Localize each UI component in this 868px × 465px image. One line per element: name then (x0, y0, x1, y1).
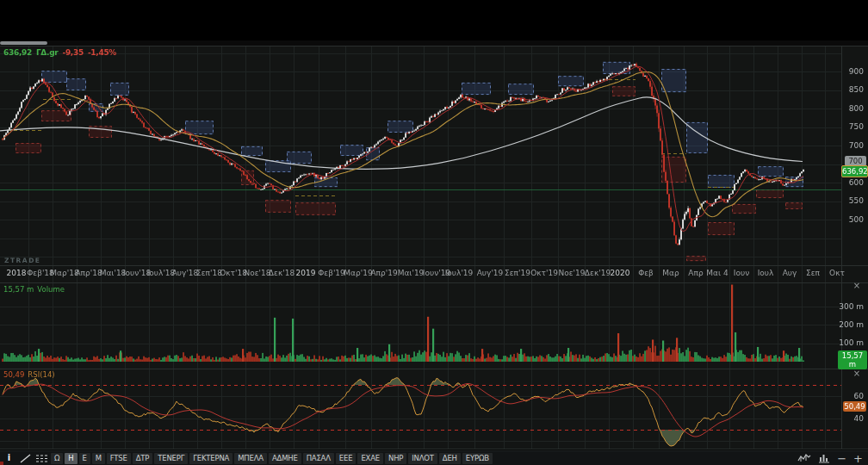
chart-scrollbar-track[interactable] (0, 40, 868, 46)
time-tick-label: Φεβ'19 (318, 269, 345, 277)
time-tick-label: Αυγ'19 (477, 269, 504, 277)
ticker-button-group: ΩΗΕΜFTSEΔΤΡΤΕΝΕΡΓΓΕΚΤΕΡΝΑΜΠΕΛΑΑΔΜΗΕΠΑΣΑΛ… (51, 453, 493, 464)
time-tick-label: 2019 (296, 269, 316, 277)
time-tick-label: Οκτ'18 (220, 269, 247, 277)
time-tick-label: 2018 (7, 269, 27, 277)
time-tick-label: Οκτ (829, 269, 845, 277)
volume-pane-title: 15,57 m Volume (3, 285, 65, 294)
quote-legend: 636,92 ΓΔ.gr -9,35 -1,45% (3, 48, 116, 57)
time-tick-label: Μαι'18 (100, 269, 127, 277)
time-tick-label: Σεπ'18 (196, 269, 222, 277)
toolbar-item-ΝΗΡ[interactable]: ΝΗΡ (385, 453, 406, 464)
time-tick-label: Σεπ'19 (505, 269, 530, 277)
toolbar-item-ΔΤΡ[interactable]: ΔΤΡ (133, 453, 153, 464)
rsi-pane-close-icon[interactable]: × (852, 369, 862, 378)
zoom-in-button[interactable]: + (853, 453, 863, 464)
time-tick-label: Ιουλ'19 (445, 269, 474, 277)
time-tick-label: Μαρ'19 (344, 269, 372, 277)
toolbar-item-ΤΕΝΕΡΓ[interactable]: ΤΕΝΕΡΓ (154, 453, 188, 464)
time-tick-label: Ιουν (734, 269, 749, 277)
chart-scrollbar-thumb[interactable] (0, 41, 47, 45)
time-tick-label: Φεβ (638, 269, 654, 277)
price-tick-label: 850 (822, 85, 864, 94)
toolbar-item-ΕΧΑΕ[interactable]: ΕΧΑΕ (357, 453, 383, 464)
line-chart-type-icon[interactable] (797, 453, 811, 463)
rsi-value-label: 50,49 (3, 370, 24, 379)
time-tick-label: Νοε'18 (244, 269, 270, 277)
toolbar-item-ΕΥΡΩΒ[interactable]: ΕΥΡΩΒ (462, 453, 493, 464)
time-tick-label: 2020 (611, 269, 630, 277)
price-tick-label: 800 (822, 104, 864, 113)
time-tick-label: Μαι 4 (706, 269, 728, 277)
price-tick-label: 900 (822, 67, 864, 76)
time-tick-label: Απρ'18 (75, 269, 102, 277)
time-tick-label: Αυγ'18 (172, 269, 199, 277)
toolbar-item-Μ[interactable]: Μ (92, 453, 105, 464)
trendline-tool-button[interactable] (18, 453, 33, 464)
time-tick-label: Δεκ'18 (269, 269, 294, 277)
price-tick-label: 600 (822, 178, 864, 187)
toolbar-item-ΜΠΕΛΑ[interactable]: ΜΠΕΛΑ (234, 453, 267, 464)
info-button[interactable]: i (2, 453, 16, 464)
toolbar-item-Η[interactable]: Η (65, 453, 77, 464)
volume-tick-label: 300 m (822, 302, 864, 311)
time-tick-label: Ιουλ'18 (147, 269, 176, 277)
bar-chart-type-icon[interactable] (818, 453, 830, 463)
toolbar-item-ΙΝΛΟΤ[interactable]: ΙΝΛΟΤ (408, 453, 437, 464)
time-tick-label: Αυγ (783, 269, 797, 277)
time-tick-label: Οκτ'19 (530, 269, 558, 277)
corner-logo-fragment (0, 462, 3, 465)
time-tick-label: Σεπ (806, 269, 820, 277)
rsi-pane-title: 50,49 RSI(14) (3, 370, 55, 379)
price-tick-label: 500 (822, 215, 864, 224)
volume-value-badge: 15,57 m (838, 350, 867, 369)
price-tick-label: 550 (822, 196, 864, 205)
toolbar-item-ΓΕΚΤΕΡΝΑ[interactable]: ΓΕΚΤΕΡΝΑ (189, 453, 232, 464)
time-tick-label: Μαι'19 (398, 269, 425, 277)
time-tick-label: Δεκ'19 (585, 269, 611, 277)
time-tick-label: Μαρ (662, 269, 679, 277)
toolbar-item-Ω[interactable]: Ω (51, 453, 63, 464)
toolbar-item-FTSE[interactable]: FTSE (107, 453, 131, 464)
volume-pane-close-icon[interactable]: × (852, 282, 862, 290)
price-tick-label: 700 (822, 141, 864, 150)
trading-app-window: { "quote_bar": { "last": "636,92", "symb… (0, 0, 868, 465)
rsi-value-badge: 50,49 (843, 401, 866, 412)
time-tick-label: Ιουλ (758, 269, 774, 277)
levels-tool-button[interactable] (34, 453, 49, 464)
toolbar-item-Ε[interactable]: Ε (79, 453, 90, 464)
volume-tick-label: 200 m (822, 320, 864, 329)
price-tick-label: 750 (822, 122, 864, 131)
rsi-name-label: RSI(14) (28, 370, 54, 379)
toolbar-item-ΠΑΣΑΛ[interactable]: ΠΑΣΑΛ (303, 453, 334, 464)
trendline-icon (20, 454, 31, 463)
time-tick-label: Απρ (688, 269, 703, 277)
volume-tick-label: 100 m (822, 338, 864, 347)
rsi-tick-label: 60 (822, 392, 864, 400)
ztrade-watermark: ZTRADE (4, 257, 40, 264)
change-pct-label: -1,45% (88, 48, 116, 57)
time-tick-label: Απρ'19 (370, 269, 397, 277)
zoom-out-button[interactable]: − (837, 453, 846, 464)
zoom-controls: − + (797, 453, 863, 464)
toolbar-item-ΑΔΜΗΕ[interactable]: ΑΔΜΗΕ (269, 453, 301, 464)
last-price-badge: 636,92 (841, 165, 868, 177)
symbol-label: ΓΔ.gr (36, 48, 59, 57)
change-label: -9,35 (62, 48, 83, 57)
levels-icon (35, 454, 48, 463)
volume-value-label: 15,57 m (3, 285, 34, 294)
toolbar-item-ΔΕΗ[interactable]: ΔΕΗ (439, 453, 461, 464)
bottom-toolbar: i ΩΗΕΜFTSEΔΤΡΤΕΝΕΡΓΓΕΚΤΕΡΝΑΜΠΕΛΑΑΔΜΗΕΠΑΣ… (0, 450, 868, 465)
rsi-tick-label: 40 (822, 414, 864, 423)
chart-canvas[interactable] (0, 0, 868, 465)
time-tick-label: Νοε'19 (558, 269, 585, 277)
last-price-label: 636,92 (3, 48, 32, 57)
volume-name-label: Volume (37, 285, 65, 294)
toolbar-item-ΕΕΕ[interactable]: ΕΕΕ (336, 453, 356, 464)
